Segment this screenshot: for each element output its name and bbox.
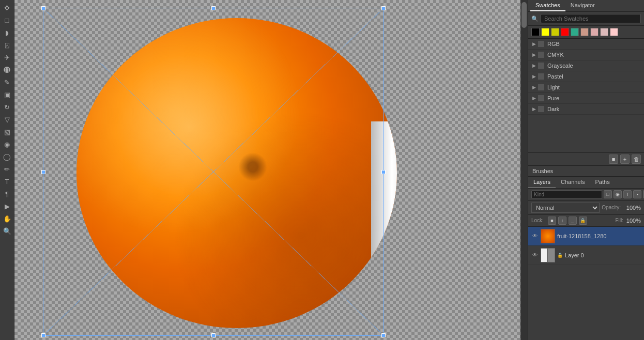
lock-artboard-icon[interactable]: ⎯ — [569, 217, 577, 225]
swatch-teal[interactable] — [571, 28, 579, 36]
eraser-tool-icon[interactable]: ▽ — [2, 114, 13, 125]
search-swatches-input[interactable] — [541, 14, 641, 23]
swatch-group-pastel[interactable]: ▶ Pastel — [528, 71, 644, 82]
group-icon-rgb — [538, 41, 544, 47]
group-arrow-pastel: ▶ — [532, 74, 536, 79]
text-tool-icon[interactable]: T — [2, 176, 13, 187]
group-label-grayscale: Grayscale — [547, 63, 573, 69]
group-icon-light — [538, 84, 544, 90]
right-panel: Swatches Navigator 🔍 ▶ RGB — [528, 0, 644, 340]
blend-opacity-row: Normal Opacity: 100% — [528, 201, 644, 215]
swatch-light-pink[interactable] — [600, 28, 608, 36]
tab-swatches[interactable]: Swatches — [530, 0, 565, 11]
layer-eye-layer0[interactable]: 👁 — [531, 252, 539, 259]
layer-lock-icon-layer0: 🔒 — [557, 253, 563, 258]
swatch-delete-btn[interactable]: 🗑 — [632, 154, 641, 164]
orange-texture — [76, 18, 397, 328]
opacity-value[interactable]: 100% — [623, 205, 641, 211]
group-label-cmyk: CMYK — [547, 52, 564, 58]
group-arrow-rgb: ▶ — [532, 41, 536, 47]
layer-filter-text-icon[interactable]: T — [623, 190, 632, 198]
swatch-dark-yellow[interactable] — [551, 28, 559, 36]
fill-value[interactable]: 100% — [625, 218, 641, 224]
tab-paths[interactable]: Paths — [590, 177, 615, 188]
group-arrow-cmyk: ▶ — [532, 52, 536, 57]
canvas-vertical-scrollbar[interactable] — [520, 0, 528, 340]
swatch-pink[interactable] — [590, 28, 599, 36]
zoom-tool-icon[interactable]: 🔍 — [2, 225, 13, 237]
paragraph-tool-icon[interactable]: ¶ — [2, 188, 13, 199]
layer-item-fruit[interactable]: 👁 fruit-1218158_1280 — [528, 227, 644, 246]
swatch-group-light[interactable]: ▶ Light — [528, 82, 644, 93]
layer-item-layer0[interactable]: 👁 🔒 Layer 0 — [528, 246, 644, 265]
tab-navigator[interactable]: Navigator — [565, 0, 600, 11]
group-label-rgb: RGB — [547, 41, 560, 47]
swatch-group-pure[interactable]: ▶ Pure — [528, 93, 644, 104]
swatch-black[interactable] — [531, 28, 540, 36]
hand-tool-icon[interactable]: ✋ — [2, 213, 13, 224]
layer-filter-shape-icon[interactable]: ▪ — [633, 190, 641, 198]
search-icon: 🔍 — [531, 16, 539, 22]
brush-tool-icon[interactable]: ✎ — [2, 76, 13, 88]
swatch-yellow[interactable] — [541, 28, 549, 36]
group-icon-pure — [538, 95, 544, 101]
blend-mode-select[interactable]: Normal — [531, 203, 600, 213]
swatch-group-grayscale[interactable]: ▶ Grayscale — [528, 60, 644, 71]
heal-tool-icon[interactable]: ⓫ — [2, 64, 13, 75]
tab-layers[interactable]: Layers — [528, 177, 556, 188]
layer-thumb-orange-fill — [541, 229, 555, 243]
layers-list: 👁 fruit-1218158_1280 👁 🔒 Layer 0 — [528, 227, 644, 341]
blur-tool-icon[interactable]: ◉ — [2, 138, 13, 150]
tab-channels[interactable]: Channels — [556, 177, 590, 188]
canvas-area[interactable] — [14, 0, 520, 340]
lock-pixels-icon[interactable]: ■ — [548, 217, 556, 225]
stamp-tool-icon[interactable]: ▣ — [2, 89, 13, 100]
swatch-bottom-controls: ■ + 🗑 — [528, 152, 644, 165]
dodge-tool-icon[interactable]: ◯ — [2, 151, 13, 162]
select-tool-icon[interactable]: □ — [2, 14, 13, 26]
lock-position-icon[interactable]: ↕ — [558, 217, 566, 225]
pen-tool-icon[interactable]: ✏ — [2, 163, 13, 175]
swatch-group-dark[interactable]: ▶ Dark — [528, 104, 644, 115]
crop-tool-icon[interactable]: ⍓ — [2, 39, 13, 51]
layer-filter-pixel-icon[interactable]: □ — [604, 190, 612, 198]
group-label-light: Light — [547, 84, 560, 90]
group-label-dark: Dark — [547, 106, 559, 112]
swatch-group-rgb[interactable]: ▶ RGB — [528, 39, 644, 50]
mug-hint — [371, 121, 397, 266]
history-tool-icon[interactable]: ↻ — [2, 101, 13, 113]
swatches-panel-tabs: Swatches Navigator — [528, 0, 644, 12]
layer-thumb-layer0 — [541, 248, 555, 262]
swatch-peach[interactable] — [610, 28, 618, 36]
move-tool-icon[interactable]: ✥ — [2, 2, 13, 13]
group-icon-dark — [538, 106, 544, 112]
opacity-label: Opacity: — [602, 205, 621, 210]
group-label-pastel: Pastel — [547, 73, 563, 80]
layer-filter-adjust-icon[interactable]: ◉ — [614, 190, 622, 198]
brushes-label: Brushes — [532, 168, 553, 174]
swatch-red[interactable] — [561, 28, 569, 36]
canvas-scroll-thumb[interactable] — [522, 2, 527, 28]
layer-kind-filter-input[interactable] — [531, 190, 602, 199]
group-label-pure: Pure — [547, 95, 559, 101]
eyedropper-tool-icon[interactable]: ✈ — [2, 52, 13, 63]
swatch-colors-row — [528, 26, 644, 39]
layers-filter-row: □ ◉ T ▪ ♬ ● — [528, 189, 644, 201]
group-icon-cmyk — [538, 52, 544, 58]
lock-all-icon[interactable]: 🔒 — [579, 217, 587, 225]
layer-thumb-mask — [547, 249, 555, 262]
gradient-tool-icon[interactable]: ▧ — [2, 126, 13, 137]
lasso-tool-icon[interactable]: ◗ — [2, 27, 13, 38]
layer-thumb-fruit — [541, 229, 555, 243]
swatch-add-btn[interactable]: + — [620, 154, 630, 164]
orange-image — [76, 18, 397, 328]
swatch-toggle-btn[interactable]: ■ — [609, 154, 618, 164]
swatch-group-cmyk[interactable]: ▶ CMYK — [528, 50, 644, 60]
left-toolbar: ✥ □ ◗ ⍓ ✈ ⓫ ✎ ▣ ↻ ▽ ▧ ◉ ◯ ✏ T ¶ ▶ ✋ 🔍 — [0, 0, 14, 340]
layer-name-fruit: fruit-1218158_1280 — [557, 233, 641, 239]
layer-eye-fruit[interactable]: 👁 — [531, 233, 539, 240]
shape-tool-icon[interactable]: ▶ — [2, 200, 13, 212]
swatch-groups-list: ▶ RGB ▶ CMYK ▶ Grayscale ▶ Pastel ▶ — [528, 39, 644, 152]
swatch-salmon[interactable] — [580, 28, 589, 36]
brushes-header: Brushes — [528, 166, 644, 177]
